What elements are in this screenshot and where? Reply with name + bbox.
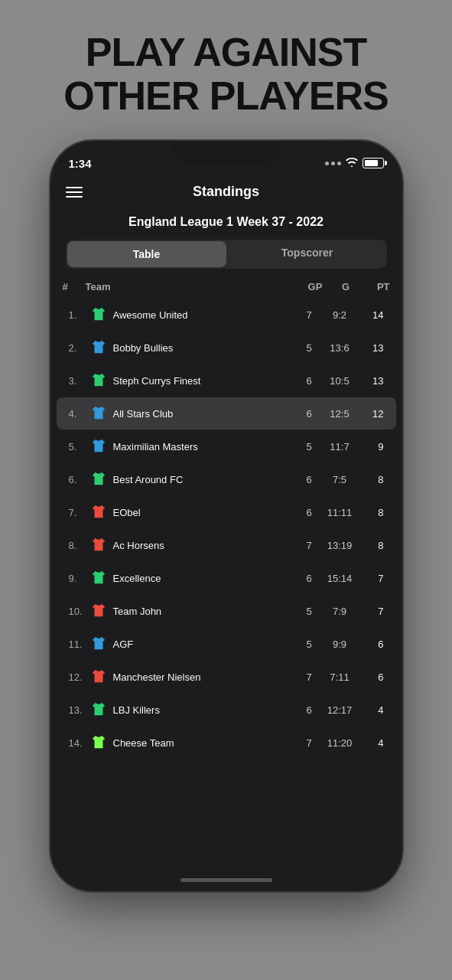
- jersey-icon: [90, 306, 107, 323]
- table-row[interactable]: 3. Steph Currys Finest 6 10:5 13: [57, 364, 396, 397]
- team-g: 11:11: [323, 507, 357, 518]
- rank-number: 2.: [69, 342, 90, 354]
- table-row[interactable]: 8. Ac Horsens 7 13:19 8: [57, 529, 396, 561]
- team-pt: 4: [357, 737, 384, 749]
- table-row[interactable]: 1. Awesome United 7 9:2 14: [57, 299, 396, 331]
- battery-icon: [363, 158, 384, 168]
- team-name: LBJ Killers: [113, 704, 296, 716]
- tab-table[interactable]: Table: [67, 241, 226, 267]
- team-pt: 6: [357, 671, 384, 683]
- app-title: Standings: [193, 184, 259, 200]
- page-headline: PLAY AGAINST OTHER PLAYERS: [41, 0, 411, 141]
- table-row[interactable]: 2. Bobby Bullies 5 13:6 13: [57, 332, 396, 364]
- jersey-icon: [90, 635, 107, 652]
- team-pt: 9: [357, 441, 384, 452]
- team-name: Cheese Team: [113, 737, 296, 749]
- team-g: 7:11: [323, 671, 357, 683]
- jersey-icon: [90, 372, 107, 389]
- table-row[interactable]: 6. Best Around FC 6 7:5 8: [57, 463, 396, 495]
- team-gp: 6: [296, 375, 323, 387]
- team-pt: 7: [357, 573, 384, 584]
- header-team: Team: [86, 281, 302, 292]
- team-g: 12:17: [323, 704, 357, 716]
- team-name: Steph Currys Finest: [113, 375, 296, 387]
- team-pt: 6: [357, 639, 384, 650]
- team-gp: 5: [296, 639, 323, 650]
- header-g: G: [329, 281, 363, 292]
- standings-list: 1. Awesome United 7 9:2 14 2. Bobby Bull…: [50, 299, 402, 868]
- team-g: 9:2: [323, 309, 357, 321]
- team-gp: 7: [296, 737, 323, 749]
- rank-number: 13.: [69, 704, 90, 716]
- team-gp: 5: [296, 342, 323, 354]
- team-name: Best Around FC: [113, 474, 296, 485]
- header-gp: GP: [302, 281, 329, 292]
- tab-topscorer[interactable]: Topscorer: [228, 240, 387, 269]
- team-g: 11:20: [323, 737, 357, 749]
- rank-number: 3.: [69, 375, 90, 387]
- team-pt: 12: [357, 408, 384, 420]
- team-g: 11:7: [323, 441, 357, 452]
- jersey-icon: [90, 504, 107, 521]
- phone-notch: [173, 141, 280, 164]
- table-row[interactable]: 9. Excellence 6 15:14 7: [57, 562, 396, 594]
- team-pt: 7: [357, 606, 384, 617]
- team-gp: 6: [296, 474, 323, 485]
- team-name: All Stars Club: [113, 408, 296, 420]
- team-pt: 8: [357, 540, 384, 551]
- team-pt: 13: [357, 342, 384, 354]
- table-row[interactable]: 10. Team John 5 7:9 7: [57, 595, 396, 627]
- table-row[interactable]: 4. All Stars Club 6 12:5 12: [57, 397, 396, 430]
- team-gp: 6: [296, 507, 323, 518]
- headline-line2: OTHER PLAYERS: [63, 74, 388, 118]
- jersey-icon: [90, 734, 107, 751]
- table-row[interactable]: 5. Maximilian Masters 5 11:7 9: [57, 430, 396, 462]
- team-gp: 5: [296, 441, 323, 452]
- team-name: Maximilian Masters: [113, 441, 296, 452]
- app-header: Standings: [50, 175, 402, 209]
- jersey-icon: [90, 701, 107, 718]
- team-pt: 13: [357, 375, 384, 387]
- table-row[interactable]: 12. Manchester Nielsen 7 7:11 6: [57, 661, 396, 693]
- table-row[interactable]: 14. Cheese Team 7 11:20 4: [57, 727, 396, 759]
- rank-number: 11.: [69, 639, 90, 650]
- team-g: 10:5: [323, 375, 357, 387]
- rank-number: 12.: [69, 671, 90, 683]
- jersey-icon: [90, 668, 107, 685]
- menu-button[interactable]: [66, 187, 83, 198]
- team-pt: 8: [357, 507, 384, 518]
- team-gp: 6: [296, 573, 323, 584]
- rank-number: 6.: [69, 474, 90, 485]
- team-name: Manchester Nielsen: [113, 671, 296, 683]
- home-bar: [180, 878, 272, 882]
- rank-number: 1.: [69, 309, 90, 321]
- table-row[interactable]: 11. AGF 5 9:9 6: [57, 628, 396, 660]
- team-name: Team John: [113, 606, 296, 617]
- team-g: 7:9: [323, 606, 357, 617]
- team-gp: 7: [296, 671, 323, 683]
- jersey-icon: [90, 537, 107, 554]
- table-row[interactable]: 13. LBJ Killers 6 12:17 4: [57, 694, 396, 726]
- team-g: 9:9: [323, 639, 357, 650]
- team-gp: 7: [296, 540, 323, 551]
- rank-number: 10.: [69, 606, 90, 617]
- team-g: 13:19: [323, 540, 357, 551]
- signal-icon: [325, 162, 341, 165]
- status-time: 1:34: [69, 157, 92, 170]
- wifi-icon: [346, 157, 358, 169]
- team-name: Ac Horsens: [113, 540, 296, 551]
- team-gp: 6: [296, 408, 323, 420]
- table-header: # Team GP G PT: [50, 281, 402, 299]
- jersey-icon: [90, 570, 107, 586]
- tab-bar: Table Topscorer: [66, 240, 387, 269]
- team-name: EObel: [113, 507, 296, 518]
- team-gp: 7: [296, 309, 323, 321]
- table-row[interactable]: 7. EObel 6 11:11 8: [57, 496, 396, 528]
- jersey-icon: [90, 471, 107, 488]
- team-g: 12:5: [323, 408, 357, 420]
- header-rank: #: [63, 281, 86, 292]
- team-g: 15:14: [323, 573, 357, 584]
- team-name: Bobby Bullies: [113, 342, 296, 354]
- headline-line1: PLAY AGAINST: [86, 30, 367, 74]
- phone-screen: 1:34 Standings England Le: [50, 141, 402, 891]
